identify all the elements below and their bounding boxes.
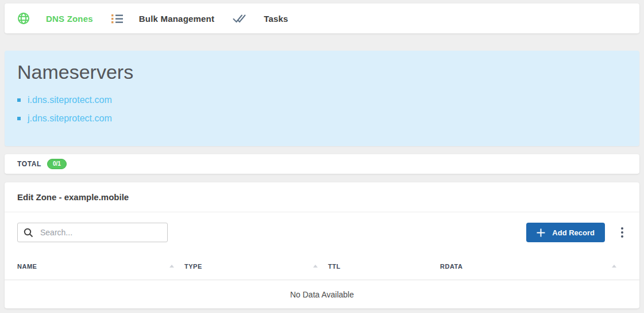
nameserver-link[interactable]: j.dns.siteprotect.com <box>28 113 112 124</box>
sort-asc-icon <box>313 265 318 268</box>
column-header-rdata[interactable]: RDATA <box>440 263 627 270</box>
nav-label: Tasks <box>264 14 288 24</box>
search-box <box>17 223 168 242</box>
nameservers-panel: Nameservers i.dns.siteprotect.com j.dns.… <box>5 51 639 146</box>
column-label: TYPE <box>184 263 202 270</box>
add-record-button[interactable]: Add Record <box>526 223 605 242</box>
column-label: TTL <box>328 263 341 270</box>
total-bar: TOTAL 0/1 <box>5 154 639 174</box>
search-input[interactable] <box>40 228 161 237</box>
kebab-dot-icon <box>621 235 623 238</box>
kebab-dot-icon <box>621 231 623 234</box>
records-table-header: NAME TYPE TTL RDATA <box>5 253 639 280</box>
search-icon <box>24 228 33 238</box>
square-bullet-icon <box>17 117 21 120</box>
double-check-icon <box>233 14 248 23</box>
nameserver-list-item[interactable]: i.dns.siteprotect.com <box>17 95 627 105</box>
toolbar-right: Add Record <box>526 223 627 242</box>
nameserver-link[interactable]: i.dns.siteprotect.com <box>28 95 112 105</box>
sort-asc-icon <box>612 265 616 268</box>
column-header-type[interactable]: TYPE <box>184 263 328 270</box>
nameserver-list: i.dns.siteprotect.com j.dns.siteprotect.… <box>17 95 627 124</box>
add-record-label: Add Record <box>552 228 595 237</box>
nameservers-title: Nameservers <box>17 61 627 83</box>
bulleted-list-icon <box>111 14 123 24</box>
top-nav-bar: DNS Zones Bulk Management Tasks <box>5 3 639 33</box>
total-count-badge: 0/1 <box>47 159 67 169</box>
square-bullet-icon <box>17 98 21 102</box>
records-toolbar: Add Record <box>5 212 639 253</box>
column-header-name[interactable]: NAME <box>17 263 184 270</box>
nav-label: DNS Zones <box>46 14 93 24</box>
nav-item-tasks[interactable]: Tasks <box>223 3 297 33</box>
globe-icon <box>17 12 30 25</box>
kebab-dot-icon <box>621 227 623 230</box>
nav-item-bulk-management[interactable]: Bulk Management <box>102 3 223 33</box>
column-label: RDATA <box>440 263 462 270</box>
empty-table-row: No Data Available <box>5 280 639 308</box>
nav-item-dns-zones[interactable]: DNS Zones <box>8 3 102 33</box>
column-header-ttl[interactable]: TTL <box>328 263 440 270</box>
nameserver-list-item[interactable]: j.dns.siteprotect.com <box>17 113 627 124</box>
column-label: NAME <box>17 263 37 270</box>
total-label: TOTAL <box>17 160 41 168</box>
more-options-menu[interactable] <box>618 224 627 241</box>
nav-label: Bulk Management <box>139 14 214 24</box>
plus-icon <box>537 228 545 237</box>
edit-zone-panel: Edit Zone - example.mobile Add Reco <box>5 182 639 308</box>
empty-message: No Data Available <box>290 290 354 299</box>
zone-title: Edit Zone - example.mobile <box>17 192 129 202</box>
sort-asc-icon <box>169 265 174 268</box>
zone-title-row: Edit Zone - example.mobile <box>5 182 639 212</box>
